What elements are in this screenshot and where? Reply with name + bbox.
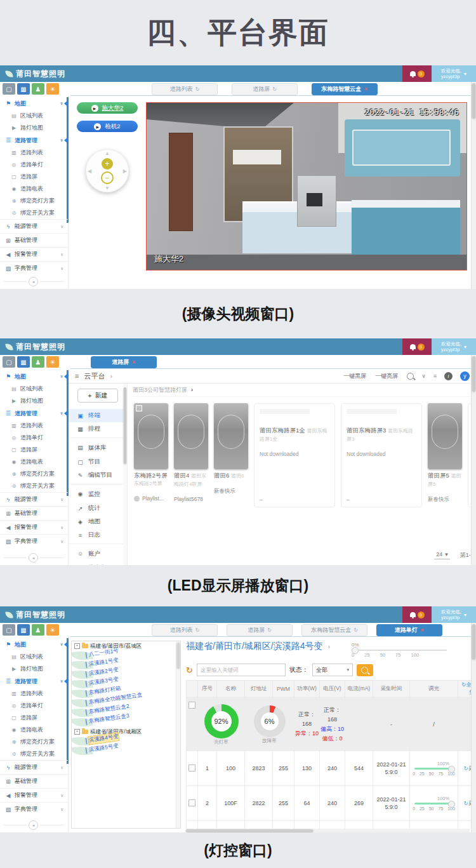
- cloud-menu-item[interactable]: ≡日志: [69, 528, 127, 542]
- sidebar-item[interactable]: ▥道路列表: [0, 688, 68, 700]
- module-icon[interactable]: ☀: [46, 624, 59, 636]
- ptz-up-icon[interactable]: ▲: [105, 150, 110, 156]
- module-icon[interactable]: ▦: [17, 356, 30, 368]
- sidebar-item[interactable]: ⚑地图∨: [0, 97, 68, 110]
- sidebar-item[interactable]: ◉道路电表: [0, 456, 68, 468]
- column-header[interactable]: 调光: [410, 681, 458, 698]
- sidebar-item[interactable]: ◎道路单灯: [0, 432, 68, 444]
- avatar[interactable]: y: [460, 371, 470, 381]
- notification-button[interactable]: 0: [402, 338, 432, 355]
- sidebar-item[interactable]: ☰道路管理∨: [0, 134, 68, 147]
- menu-icon[interactable]: ≡: [75, 372, 79, 380]
- sidebar-item[interactable]: ▧字典管理∨: [0, 261, 68, 275]
- tree-expander-icon[interactable]: +: [74, 729, 80, 735]
- sidebar-item[interactable]: ◀报警管理∨: [0, 520, 68, 534]
- tree-item[interactable]: +滨溪路5号变: [71, 745, 93, 757]
- list-icon[interactable]: ≡: [433, 373, 437, 379]
- module-icon[interactable]: ♟: [32, 83, 44, 95]
- page-size-select[interactable]: 24▾: [434, 551, 450, 559]
- sidebar-item[interactable]: ▢道路屏: [0, 171, 68, 183]
- slider-thumb[interactable]: [448, 801, 455, 808]
- dimming-slider[interactable]: 0% 0 25 50 75 100: [352, 642, 447, 658]
- chevron-right-icon[interactable]: ›: [327, 643, 330, 650]
- cloud-menu-item[interactable]: ↗统计: [69, 502, 127, 515]
- sidebar-item[interactable]: ⊕绑定亮灯方案: [0, 736, 68, 748]
- sidebar-item[interactable]: ⊞基础管理: [0, 774, 68, 788]
- cloud-menu-item[interactable]: ▢节目: [69, 455, 127, 469]
- dim-slider-track[interactable]: [414, 768, 454, 770]
- sidebar-item[interactable]: ◎道路单灯: [0, 159, 68, 171]
- chevron-right-icon[interactable]: ›: [191, 387, 193, 393]
- cloud-menu-item[interactable]: ☺账户: [69, 544, 127, 561]
- ptz-left-icon[interactable]: ◀: [88, 168, 91, 174]
- zoom-in-button[interactable]: +: [102, 158, 113, 170]
- window-scrollbar[interactable]: [471, 355, 476, 565]
- sidebar-item[interactable]: ▤区域列表: [0, 110, 68, 122]
- tab[interactable]: 道路单灯✕: [376, 624, 442, 636]
- tree-expander-icon[interactable]: +: [74, 643, 80, 649]
- tab-action-icon[interactable]: ✕: [420, 627, 425, 633]
- tab[interactable]: 道路列表↻: [152, 624, 218, 636]
- sidebar-item[interactable]: ⊙绑定开关方案: [0, 207, 68, 219]
- checkbox[interactable]: [188, 799, 195, 806]
- slider-thumb[interactable]: [352, 647, 359, 654]
- card-checkbox[interactable]: [136, 405, 142, 411]
- sidebar-item[interactable]: ☰道路管理∨: [0, 675, 68, 688]
- column-header[interactable]: 名称: [217, 681, 245, 698]
- screen-card[interactable]: 莆田6 莆田6 新春快乐: [214, 403, 248, 495]
- tree-item[interactable]: +福建省/莆田市/城厢区: [72, 727, 180, 737]
- sidebar-item[interactable]: ▧字典管理∨: [0, 534, 68, 548]
- sidebar-item[interactable]: ϟ能源管理∨: [0, 760, 68, 774]
- sidebar-item[interactable]: ▢道路屏: [0, 712, 68, 724]
- column-header[interactable]: PWM: [273, 681, 294, 698]
- sidebar-item[interactable]: ▤区域列表: [0, 651, 68, 663]
- tab-action-icon[interactable]: ↻: [272, 86, 277, 92]
- sidebar-item[interactable]: ⚑地图∨: [0, 638, 68, 651]
- sidebar-item[interactable]: ◉道路电表: [0, 183, 68, 195]
- chevron-down-icon[interactable]: ∨: [421, 373, 426, 379]
- camera-select-button-1[interactable]: ▶施大华2: [77, 102, 138, 114]
- sidebar-item[interactable]: ◎道路单灯: [0, 700, 68, 712]
- chevron-right-icon[interactable]: ›: [110, 373, 112, 380]
- module-icon[interactable]: ☀: [46, 83, 59, 95]
- zoom-out-button[interactable]: −: [101, 171, 114, 184]
- camera-select-button-2[interactable]: ▶枪机2: [77, 121, 138, 132]
- tab[interactable]: 道路屏↻: [227, 624, 293, 636]
- user-menu[interactable]: 欢迎光临, yzcypt3p ▾: [432, 338, 476, 355]
- table-row[interactable]: 2 100F 2822 255 64 240 269 2022-01-21 5:…: [187, 786, 476, 821]
- tab-action-icon[interactable]: ✕: [131, 359, 136, 365]
- module-icon[interactable]: ♟: [32, 356, 44, 368]
- sidebar-item[interactable]: ⚑地图∨: [0, 370, 68, 383]
- sidebar-item[interactable]: ☰道路管理∨: [0, 407, 68, 420]
- table-row[interactable]: 1 100 2823 255 130 240 544 2022-01-21 5:…: [187, 751, 476, 786]
- menu-scrollbar[interactable]: [123, 384, 127, 565]
- notification-button[interactable]: 0: [402, 65, 432, 82]
- search-button[interactable]: [357, 664, 373, 676]
- screen-card[interactable]: 莆田屏5 莆田屏5 新春快乐: [428, 403, 462, 504]
- sidebar-item[interactable]: ⊕绑定亮灯方案: [0, 468, 68, 480]
- one-key-black-button[interactable]: 一键黑屏: [343, 372, 366, 380]
- column-header[interactable]: 采集时间: [373, 681, 410, 698]
- sidebar-item[interactable]: ▶路灯地图: [0, 663, 68, 675]
- sidebar-collapse-button[interactable]: ◂: [29, 277, 38, 286]
- one-key-bright-button[interactable]: 一键亮屏: [375, 372, 398, 380]
- tree-item[interactable]: +福建省/莆田市/荔城区: [72, 641, 180, 651]
- cloud-menu-item[interactable]: ◉监控: [69, 484, 127, 502]
- user-menu[interactable]: 欢迎光临, yzcypt3p ▾: [432, 65, 476, 82]
- cloud-menu-item[interactable]: ▣终端: [69, 409, 127, 422]
- camera-video-frame[interactable]: 2022-01-21 15:58:46 施大华2: [146, 102, 467, 270]
- refresh-icon[interactable]: ↻: [186, 665, 193, 675]
- column-header[interactable]: 灯地址: [245, 681, 273, 698]
- sidebar-item[interactable]: ◉道路电表: [0, 724, 68, 736]
- cloud-menu-item[interactable]: ▦排程: [69, 422, 127, 436]
- slider-thumb[interactable]: [448, 766, 455, 773]
- cloud-menu-item[interactable]: ▤媒体库: [69, 437, 127, 455]
- window-scrollbar[interactable]: [471, 82, 476, 289]
- column-header[interactable]: 电流(mA): [345, 681, 373, 698]
- module-icon[interactable]: ♟: [32, 624, 44, 636]
- sidebar-collapse-button[interactable]: ◂: [29, 553, 38, 563]
- tab-action-icon[interactable]: ↻: [267, 627, 272, 633]
- sidebar-item[interactable]: ⊞基础管理: [0, 506, 68, 520]
- tab[interactable]: 道路列表↻: [152, 83, 218, 95]
- tree-scrollbar[interactable]: [176, 641, 180, 828]
